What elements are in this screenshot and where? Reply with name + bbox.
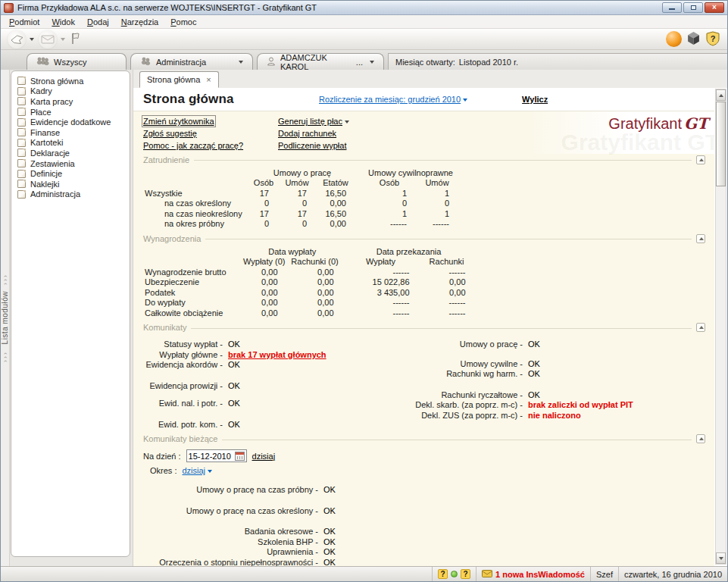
tab-administracja[interactable]: Administracja xyxy=(130,53,253,70)
cube-button[interactable] xyxy=(684,30,703,49)
list-item: Umowy o pracę -OK xyxy=(393,340,705,350)
list-item: Statusy wypłat -OK xyxy=(143,340,393,350)
employee-dropdown-caret[interactable] xyxy=(370,61,374,64)
list-item: Ewid. potr. kom. -OK xyxy=(143,419,393,430)
chevron-down-icon xyxy=(208,470,212,473)
suggest-link[interactable]: Zgłoś sugestię xyxy=(143,129,197,138)
section-zatrudnienie-header: Zatrudnienie xyxy=(143,154,705,165)
mail-dropdown-caret[interactable] xyxy=(61,38,65,41)
modules-collapsed-strip[interactable]: Lista modułów xyxy=(1,70,10,566)
table-row: na czas określony000,0000 xyxy=(143,199,458,209)
collapse-section-icon[interactable] xyxy=(696,434,705,443)
content-panel: Strona główna × Strona główna Rozliczeni… xyxy=(133,70,727,566)
sidebar-item-place[interactable]: Płace xyxy=(14,107,127,117)
page-title: Strona główna xyxy=(143,92,319,107)
module-icon xyxy=(17,159,26,167)
tab-wszyscy[interactable]: Wszyscy xyxy=(27,53,127,70)
add-bill-link[interactable]: Dodaj rachunek xyxy=(278,129,336,138)
okres-dropdown-link[interactable]: dzisiaj xyxy=(182,466,212,475)
close-button[interactable]: × xyxy=(705,2,724,13)
sidebar-item-ewidencje-dodatkowe[interactable]: Ewidencje dodatkowe xyxy=(14,117,127,127)
list-item: Ewid. nal. i potr. -OK xyxy=(143,399,393,409)
sidebar-item-deklaracje[interactable]: Deklaracje xyxy=(14,148,127,158)
restore-button[interactable] xyxy=(683,2,703,13)
insert-sphere-button[interactable] xyxy=(664,30,684,49)
chevron-down-icon xyxy=(345,120,349,124)
sidebar-item-finanse[interactable]: Finanse xyxy=(14,127,127,138)
module-icon xyxy=(17,97,26,105)
svg-text:?: ? xyxy=(711,34,716,43)
scroll-down-button[interactable] xyxy=(716,552,726,564)
flag-tool-button[interactable] xyxy=(67,30,83,49)
status-date: czwartek, 16 grudnia 2010 xyxy=(618,567,727,581)
today-link[interactable]: dzisiaj xyxy=(252,452,276,461)
table-row: Podatek0,000,003 435,000,00 xyxy=(143,287,475,298)
list-item: Uprawnienia -OK xyxy=(143,547,705,558)
payout-summary-link[interactable]: Podliczenie wypłat xyxy=(278,141,347,150)
date-field[interactable] xyxy=(186,449,247,462)
calendar-icon[interactable] xyxy=(235,452,245,461)
insmail-message[interactable]: 1 nowa InsWiadomość xyxy=(495,570,585,579)
collapse-section-icon[interactable] xyxy=(696,155,705,164)
sidebar-item-karta-pracy[interactable]: Karta pracy xyxy=(14,96,127,107)
table-row: Wszystkie171716,5011 xyxy=(143,188,458,199)
mail-tool-button[interactable] xyxy=(36,30,67,49)
list-item: Umowy o pracę na czas próbny -OK xyxy=(143,485,705,496)
list-item: Umowy cywilne -OK xyxy=(393,358,705,369)
sidebar-item-strona-glowna[interactable]: Strona główna xyxy=(14,76,127,86)
insmail-segment[interactable]: 1 nowa InsWiadomość xyxy=(476,567,590,581)
collapse-section-icon[interactable] xyxy=(696,234,705,243)
module-icon xyxy=(17,108,26,116)
employee-browse-button[interactable]: ... xyxy=(356,58,363,67)
dept-dropdown-caret[interactable] xyxy=(239,61,243,64)
date-input[interactable] xyxy=(189,452,233,461)
mail-icon xyxy=(482,570,492,579)
month-open-panel: Miesiąc otwarty: Listopad 2010 r. xyxy=(388,53,727,70)
statusbar: ? ? 1 nowa InsWiadomość Szef czwartek, 1… xyxy=(1,566,727,581)
menu-dodaj[interactable]: Dodaj xyxy=(81,16,115,28)
sidebar-item-naklejki[interactable]: Naklejki xyxy=(14,179,127,189)
missing-payouts-alert-link[interactable]: brak 17 wypłat głównych xyxy=(228,350,327,359)
people-group-icon xyxy=(36,57,49,67)
vertical-scrollbar[interactable] xyxy=(715,89,726,565)
sidebar-item-zestawienia[interactable]: Zestawienia xyxy=(14,158,127,169)
menu-widok[interactable]: Widok xyxy=(45,16,81,28)
help-status-icon[interactable]: ? xyxy=(461,569,470,579)
sidebar-item-kadry[interactable]: Kadry xyxy=(14,86,127,97)
help-status-icon[interactable]: ? xyxy=(438,569,448,579)
generate-payroll-link[interactable]: Generuj listę płac xyxy=(278,117,349,126)
menu-podmiot[interactable]: Podmiot xyxy=(3,16,45,28)
list-item: Rachunki ryczałtowe -OK xyxy=(393,390,705,400)
scroll-up-button[interactable] xyxy=(716,89,726,101)
window-title: Firma Przykładowa ALA s.c. na serwerze W… xyxy=(17,3,662,12)
section-wynagrodzenia-header: Wynagrodzenia xyxy=(143,233,705,244)
sidebar-item-definicje[interactable]: Definicje xyxy=(14,168,127,179)
main-toolbar: ? xyxy=(1,29,727,50)
tab-close-icon[interactable]: × xyxy=(206,76,211,84)
period-selector-link[interactable]: Rozliczenie za miesiąc: grudzień 2010 xyxy=(319,95,467,104)
wylicz-link[interactable]: Wylicz xyxy=(522,95,548,104)
people-group-icon xyxy=(140,57,152,67)
help-start-link[interactable]: Pomoc - jak zacząć pracę? xyxy=(143,141,243,150)
menu-narzedzia[interactable]: Narzędzia xyxy=(115,16,165,28)
collapse-section-icon[interactable] xyxy=(696,323,705,332)
change-user-link[interactable]: Zmień użytkownika xyxy=(143,117,214,126)
module-icon xyxy=(17,118,26,127)
menu-pomoc[interactable]: Pomoc xyxy=(164,16,202,28)
flag-icon xyxy=(70,32,81,46)
na-dzien-row: Na dzień : dzisiaj xyxy=(143,449,705,463)
chevron-down-icon xyxy=(463,99,467,102)
sidebar-item-kartoteki[interactable]: Kartoteki xyxy=(14,138,127,149)
tab-employee[interactable]: ADAMCZUK KAROL ... xyxy=(257,53,384,70)
module-icon xyxy=(17,128,26,136)
list-item: Wypłaty główne -brak 17 wypłat głównych xyxy=(143,349,393,360)
section-komunikaty-biezace-header: Komunikaty bieżące xyxy=(143,433,705,445)
session-dropdown-caret[interactable] xyxy=(30,38,34,41)
help-shield-button[interactable]: ? xyxy=(703,30,723,49)
session-tool-button[interactable] xyxy=(5,30,36,49)
scrollbar-thumb[interactable] xyxy=(716,102,726,186)
content-tab-strona-glowna[interactable]: Strona główna × xyxy=(139,71,219,88)
sidebar-item-administracja[interactable]: Administracja xyxy=(14,189,127,200)
list-item: Dekl. skarb. (za poprz. m-c) -brak zalic… xyxy=(393,400,705,411)
minimize-button[interactable] xyxy=(662,2,682,13)
